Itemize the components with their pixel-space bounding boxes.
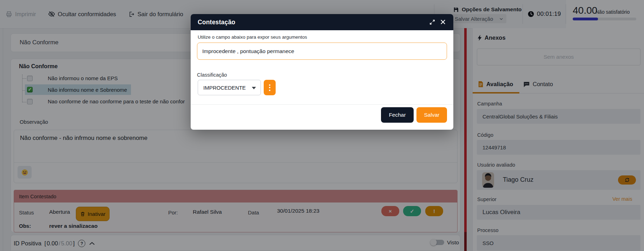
classificacao-label: Classificação (197, 72, 227, 78)
contestacao-modal: Contestação Utilize o campo abaixo para … (191, 14, 453, 130)
modal-header: Contestação (191, 14, 453, 30)
fechar-button[interactable]: Fechar (381, 107, 414, 123)
modal-title: Contestação (198, 19, 235, 26)
argument-input[interactable]: Improcedente , pontuação permanece (197, 43, 447, 60)
close-icon[interactable] (440, 19, 446, 25)
select-caret-icon (252, 87, 256, 89)
expand-icon[interactable] (429, 19, 435, 25)
argument-input-value: Improcedente , pontuação permanece (202, 48, 294, 54)
argument-helper-text: Utilize o campo abaixo para expor seus a… (198, 34, 307, 40)
salvar-button[interactable]: Salvar (416, 107, 447, 123)
modal-footer-divider (191, 104, 453, 105)
kebab-menu-button[interactable] (264, 80, 276, 95)
classificacao-value: IMPROCEDENTE (203, 85, 246, 91)
screen: Imprimir Ocultar conformidades Sair do f… (0, 0, 644, 251)
classificacao-select[interactable]: IMPROCEDENTE (198, 80, 261, 95)
